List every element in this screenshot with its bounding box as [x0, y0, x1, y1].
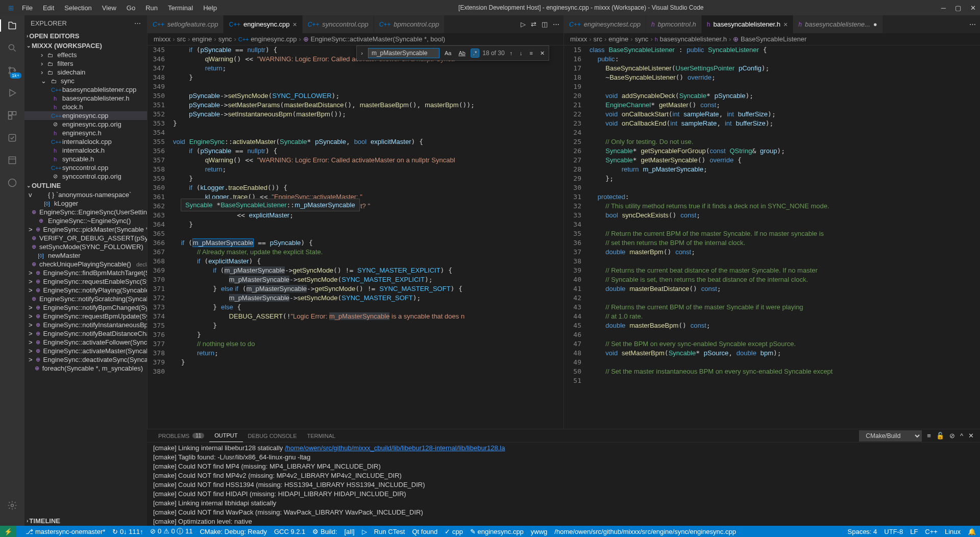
outline-item[interactable]: >⊕EngineSync::notifyInstantaneousBpmCh..…	[24, 321, 147, 329]
status-spaces[interactable]: Spaces: 4	[848, 528, 877, 535]
workspace-section[interactable]: ⌄MIXXX (WORKSPACE)	[24, 41, 147, 51]
file-clock.h[interactable]: hclock.h	[24, 103, 147, 111]
folder-effects[interactable]: ›🗀effects	[24, 51, 147, 59]
timeline-section[interactable]: ›TIMELINE	[24, 516, 147, 526]
clear-icon[interactable]: ⊘	[949, 432, 955, 440]
status-eol[interactable]: LF	[910, 528, 918, 535]
panel-tab-output[interactable]: OUTPUT	[209, 429, 242, 442]
outline-item[interactable]: ⊕EngineSync::EngineSync(UserSettingsPo..…	[24, 208, 147, 216]
tab-basesyncablelistene...[interactable]: hbasesyncablelistene...●	[793, 15, 883, 33]
more-icon[interactable]: ⋯	[969, 20, 976, 28]
menu-run[interactable]: Run	[141, 2, 162, 14]
more-icon[interactable]: ⋯	[134, 19, 141, 27]
close-panel-icon[interactable]: ✕	[968, 432, 974, 440]
outline-item[interactable]: >⊕EngineSync::requestBpmUpdate(Syncab...	[24, 312, 147, 321]
file-basesyncablelistener.cpp[interactable]: C++basesyncablelistener.cpp	[24, 85, 147, 94]
status-gcc[interactable]: GCC 9.2.1	[274, 528, 305, 535]
code-editor-2[interactable]: 15 16 17 18 19 20 21 22 23 24 25 26 27 2…	[564, 45, 980, 429]
maximize-panel-icon[interactable]: ^	[960, 432, 963, 440]
explorer-icon[interactable]	[6, 19, 18, 32]
panel-output[interactable]: [cmake] Linking internal libebur128 stat…	[147, 443, 980, 526]
menu-terminal[interactable]: Terminal	[164, 2, 197, 14]
output-channel-select[interactable]: CMake/Build	[859, 430, 922, 442]
outline-section[interactable]: ⌄OUTLINE	[24, 181, 147, 190]
status-encoding[interactable]: UTF-8	[884, 528, 903, 535]
split-icon[interactable]: ◫	[542, 20, 548, 28]
file-enginesync.cpp.orig[interactable]: ⊘enginesync.cpp.orig	[24, 120, 147, 129]
code-editor-1[interactable]: 345 346 347 348 349 350 351 352 353 354 …	[148, 45, 564, 429]
lock-icon[interactable]: 🔓	[936, 432, 944, 440]
github-icon[interactable]	[6, 177, 18, 189]
close-find-icon[interactable]: ✕	[538, 49, 547, 58]
status-ctest[interactable]: Run CTest	[374, 528, 405, 535]
status-build[interactable]: ⚙ Build:	[312, 528, 337, 535]
run-icon[interactable]: ▷	[521, 20, 526, 28]
debug-icon[interactable]	[6, 87, 18, 99]
status-target[interactable]: [all]	[345, 528, 355, 535]
menu-go[interactable]: Go	[122, 2, 139, 14]
outline-item[interactable]: v{ } `anonymous-namespace`	[24, 190, 147, 199]
file-synccontrol.cpp[interactable]: C++synccontrol.cpp	[24, 163, 147, 172]
outline-item[interactable]: [◊]newMaster	[24, 251, 147, 260]
find-selection-icon[interactable]: ≡	[528, 49, 535, 57]
prev-match-icon[interactable]: ↑	[508, 49, 515, 57]
outline-item[interactable]: >⊕EngineSync::activateMaster(Syncable *,…	[24, 347, 147, 355]
status-bell[interactable]: 🔔	[968, 528, 976, 535]
status-lang[interactable]: C++	[925, 528, 938, 535]
outline-item[interactable]: >⊕EngineSync::requestEnableSync(Syncabl.…	[24, 277, 147, 286]
status-sync[interactable]: ↻ 0↓ 111↑	[112, 528, 143, 535]
menu-selection[interactable]: Selection	[60, 2, 95, 14]
settings-icon[interactable]	[6, 499, 18, 511]
folder-sidechain[interactable]: ›🗀sidechain	[24, 68, 147, 77]
panel-tab-debug-console[interactable]: DEBUG CONSOLE	[243, 429, 302, 442]
open-editors-section[interactable]: ›OPEN EDITORS	[24, 31, 147, 41]
status-cmake[interactable]: CMake: Debug: Ready	[200, 528, 267, 535]
outline-item[interactable]: ⊕VERIFY_OR_DEBUG_ASSERT(pSyncable)	[24, 234, 147, 242]
outline-item[interactable]: [◊]kLogger	[24, 199, 147, 208]
tab-basesyncablelistener.h[interactable]: hbasesyncablelistener.h×	[702, 15, 793, 33]
menu-file[interactable]: File	[18, 2, 37, 14]
outline-item[interactable]: ⊕checkUniquePlayingSyncable()declaration	[24, 260, 147, 268]
file-synccontrol.cpp.orig[interactable]: ⊘synccontrol.cpp.orig	[24, 172, 147, 181]
breadcrumb-1[interactable]: mixxx›src›engine›sync›C++ enginesync.cpp…	[148, 33, 564, 45]
outline-item[interactable]: >⊕EngineSync::notifyBpmChanged(Syncabl..…	[24, 303, 147, 312]
folder-sync[interactable]: ⌄🗀sync	[24, 77, 147, 85]
filter-icon[interactable]: ≡	[927, 432, 931, 440]
outline-item[interactable]: >⊕EngineSync::notifyPlaying(Syncable *, …	[24, 286, 147, 295]
status-cpp[interactable]: ✓ cpp	[445, 528, 463, 535]
find-input[interactable]	[368, 48, 439, 58]
status-path[interactable]: /home/owen/src/github/mixxx/src/engine/s…	[554, 528, 736, 535]
close-icon[interactable]: ✕	[970, 4, 976, 12]
outline-item[interactable]: ⊕setSyncMode(SYNC_FOLLOWER)declar...	[24, 242, 147, 251]
status-file[interactable]: ✎ enginesync.cpp	[470, 528, 524, 535]
menu-edit[interactable]: Edit	[39, 2, 58, 14]
regex-icon[interactable]: .*	[471, 48, 479, 58]
tab-enginesynctest.cpp[interactable]: C++enginesynctest.cpp	[564, 15, 646, 33]
custom-icon-2[interactable]	[6, 154, 18, 166]
file-basesyncablelistener.h[interactable]: hbasesyncablelistener.h	[24, 94, 147, 103]
file-syncable.h[interactable]: hsyncable.h	[24, 155, 147, 163]
status-branch[interactable]: ⎇ mastersync-onemaster*	[26, 528, 105, 535]
status-qt[interactable]: Qt found	[412, 528, 437, 535]
tab-enginesync.cpp[interactable]: C++enginesync.cpp×	[224, 15, 302, 33]
diff-icon[interactable]: ⇄	[531, 20, 536, 28]
breadcrumb-2[interactable]: mixxx›src›engine›sync›h basesyncablelist…	[564, 33, 980, 45]
next-match-icon[interactable]: ↓	[518, 49, 525, 57]
panel-tab-terminal[interactable]: TERMINAL	[302, 429, 340, 442]
file-internalclock.cpp[interactable]: C++internalclock.cpp	[24, 137, 147, 146]
outline-item[interactable]: >⊕EngineSync::activateFollower(Syncable …	[24, 338, 147, 347]
maximize-icon[interactable]: ▢	[955, 4, 961, 12]
file-internalclock.h[interactable]: hinternalclock.h	[24, 146, 147, 155]
folder-filters[interactable]: ›🗀filters	[24, 59, 147, 68]
outline-item[interactable]: >⊕EngineSync::pickMaster(Syncable *)	[24, 225, 147, 234]
tab-bpmcontrol.cpp[interactable]: C++bpmcontrol.cpp	[374, 15, 445, 33]
tab-synccontrol.cpp[interactable]: C++synccontrol.cpp	[303, 15, 374, 33]
match-case-icon[interactable]: Aa	[443, 49, 453, 57]
status-os[interactable]: Linux	[945, 528, 961, 535]
remote-indicator[interactable]: ⚡	[0, 526, 16, 537]
search-icon[interactable]	[6, 42, 18, 54]
file-enginesync.h[interactable]: henginesync.h	[24, 129, 147, 137]
menu-view[interactable]: View	[98, 2, 120, 14]
whole-word-icon[interactable]: Ab	[456, 49, 467, 57]
status-problems[interactable]: ⊘ 0 ⚠ 0 ⓘ 11	[150, 527, 192, 536]
